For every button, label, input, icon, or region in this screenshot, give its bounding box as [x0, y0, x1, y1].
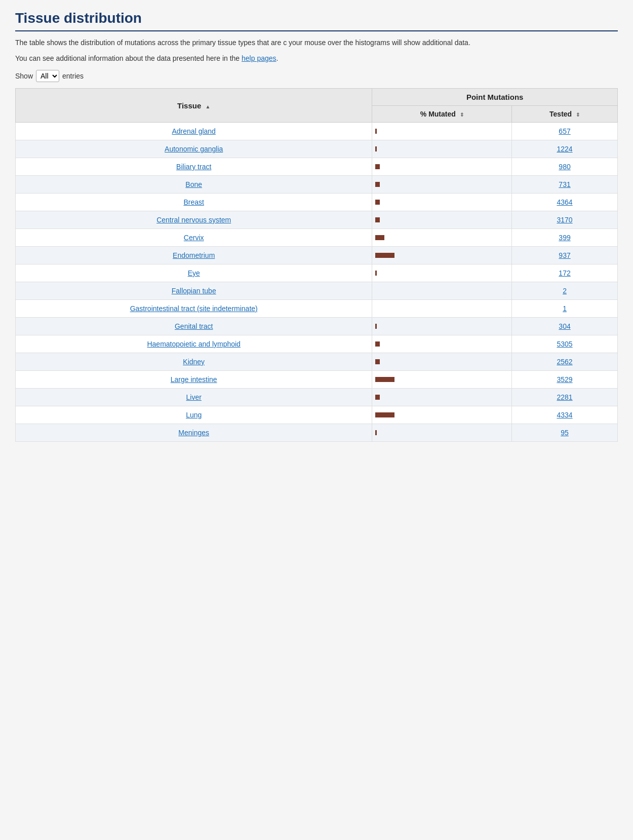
- entries-label: entries: [62, 72, 84, 80]
- point-mutations-header: Point Mutations: [372, 89, 618, 106]
- tissue-cell: Liver: [16, 389, 372, 406]
- tissue-link[interactable]: Autonomic ganglia: [165, 145, 223, 153]
- table-row: Lung4334: [16, 406, 618, 424]
- tissue-distribution-table: Tissue ▲ Point Mutations % Mutated ⇕ Tes…: [15, 88, 618, 442]
- tissue-link[interactable]: Genital tract: [175, 322, 213, 330]
- table-row: Bone731: [16, 176, 618, 194]
- tissue-link[interactable]: Large intestine: [171, 375, 217, 384]
- page-title: Tissue distribution: [15, 10, 618, 31]
- histogram-cell: [372, 158, 512, 176]
- histogram-cell: [372, 282, 512, 300]
- histogram-cell: [372, 389, 512, 406]
- tissue-link[interactable]: Haematopoietic and lymphoid: [147, 340, 240, 348]
- table-row: Cervix399: [16, 229, 618, 247]
- tested-link[interactable]: 3529: [557, 375, 572, 384]
- tested-cell: 2: [512, 282, 618, 300]
- tested-sort-icon[interactable]: ⇕: [576, 112, 580, 118]
- histogram-cell: [372, 264, 512, 282]
- tissue-cell: Breast: [16, 194, 372, 211]
- table-row: Eye172: [16, 264, 618, 282]
- histogram-cell: [372, 300, 512, 318]
- tissue-link[interactable]: Lung: [186, 411, 202, 419]
- pct-sort-icon[interactable]: ⇕: [460, 112, 464, 118]
- tested-link[interactable]: 1224: [557, 145, 572, 153]
- table-row: Kidney2562: [16, 353, 618, 371]
- tested-link[interactable]: 731: [559, 180, 570, 188]
- tissue-link[interactable]: Gastrointestinal tract (site indetermina…: [130, 304, 258, 313]
- tested-cell: 95: [512, 424, 618, 442]
- tissue-sort-icon[interactable]: ▲: [205, 104, 210, 109]
- tested-cell: 1224: [512, 140, 618, 158]
- tested-cell: 304: [512, 318, 618, 335]
- tested-link[interactable]: 4334: [557, 411, 572, 419]
- tested-link[interactable]: 980: [559, 163, 570, 171]
- tested-link[interactable]: 5305: [557, 340, 572, 348]
- tested-link[interactable]: 2: [563, 287, 567, 295]
- tissue-link[interactable]: Bone: [185, 180, 202, 188]
- histogram-cell: [372, 318, 512, 335]
- tissue-cell: Lung: [16, 406, 372, 424]
- tested-cell: 1: [512, 300, 618, 318]
- tissue-link[interactable]: Fallopian tube: [172, 287, 216, 295]
- tested-link[interactable]: 1: [563, 304, 567, 313]
- tissue-cell: Eye: [16, 264, 372, 282]
- tissue-cell: Central nervous system: [16, 211, 372, 229]
- tissue-cell: Fallopian tube: [16, 282, 372, 300]
- table-row: Adrenal gland657: [16, 123, 618, 140]
- tested-cell: 399: [512, 229, 618, 247]
- entries-select[interactable]: All 10 25 50: [36, 70, 59, 82]
- tissue-cell: Cervix: [16, 229, 372, 247]
- table-row: Fallopian tube2: [16, 282, 618, 300]
- tissue-link[interactable]: Liver: [186, 393, 202, 401]
- tested-link[interactable]: 95: [561, 429, 569, 437]
- tested-link[interactable]: 937: [559, 251, 570, 259]
- tested-link[interactable]: 657: [559, 127, 570, 135]
- tissue-cell: Haematopoietic and lymphoid: [16, 335, 372, 353]
- histogram-cell: [372, 194, 512, 211]
- histogram-cell: [372, 424, 512, 442]
- pct-mutated-header[interactable]: % Mutated ⇕: [372, 106, 512, 123]
- tissue-link[interactable]: Meninges: [178, 429, 209, 437]
- tissue-cell: Kidney: [16, 353, 372, 371]
- table-row: Central nervous system3170: [16, 211, 618, 229]
- tissue-link[interactable]: Breast: [183, 198, 204, 206]
- tissue-link[interactable]: Endometrium: [173, 251, 215, 259]
- tested-link[interactable]: 2562: [557, 358, 572, 366]
- tested-cell: 5305: [512, 335, 618, 353]
- tested-header[interactable]: Tested ⇕: [512, 106, 618, 123]
- tested-link[interactable]: 399: [559, 234, 570, 242]
- tested-cell: 731: [512, 176, 618, 194]
- histogram-cell: [372, 176, 512, 194]
- histogram-cell: [372, 229, 512, 247]
- tissue-column-header: Tissue ▲: [16, 89, 372, 123]
- tested-cell: 3529: [512, 371, 618, 389]
- tissue-link[interactable]: Central nervous system: [156, 216, 231, 224]
- tested-cell: 937: [512, 247, 618, 264]
- tissue-link[interactable]: Biliary tract: [176, 163, 211, 171]
- table-row: Gastrointestinal tract (site indetermina…: [16, 300, 618, 318]
- tested-cell: 2281: [512, 389, 618, 406]
- help-pages-link[interactable]: help pages: [242, 54, 276, 62]
- tested-cell: 3170: [512, 211, 618, 229]
- table-row: Liver2281: [16, 389, 618, 406]
- tissue-cell: Genital tract: [16, 318, 372, 335]
- show-entries-control: Show All 10 25 50 entries: [15, 70, 618, 82]
- tested-link[interactable]: 2281: [557, 393, 572, 401]
- histogram-cell: [372, 123, 512, 140]
- tissue-link[interactable]: Eye: [188, 269, 200, 277]
- tested-cell: 4364: [512, 194, 618, 211]
- tested-link[interactable]: 172: [559, 269, 570, 277]
- tissue-link[interactable]: Cervix: [184, 234, 204, 242]
- tissue-cell: Meninges: [16, 424, 372, 442]
- tested-link[interactable]: 3170: [557, 216, 572, 224]
- tested-cell: 980: [512, 158, 618, 176]
- tested-link[interactable]: 4364: [557, 198, 572, 206]
- tissue-link[interactable]: Kidney: [183, 358, 205, 366]
- tissue-link[interactable]: Adrenal gland: [172, 127, 216, 135]
- tested-link[interactable]: 304: [559, 322, 570, 330]
- tissue-cell: Biliary tract: [16, 158, 372, 176]
- table-row: Autonomic ganglia1224: [16, 140, 618, 158]
- histogram-cell: [372, 353, 512, 371]
- tissue-cell: Autonomic ganglia: [16, 140, 372, 158]
- tested-cell: 172: [512, 264, 618, 282]
